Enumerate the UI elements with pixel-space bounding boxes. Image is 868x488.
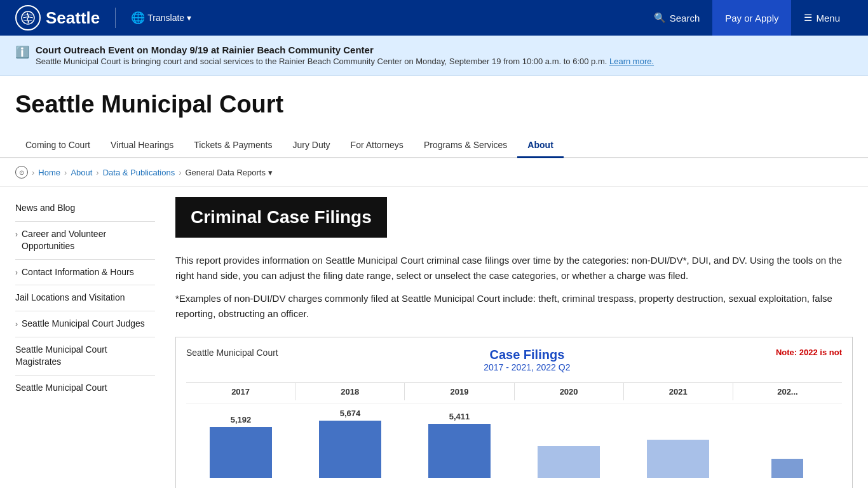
chevron-right-icon: › bbox=[15, 229, 18, 240]
chart-year-2021: 2021 bbox=[624, 383, 733, 400]
nav-about[interactable]: About bbox=[517, 133, 563, 158]
breadcrumb-about-link[interactable]: About bbox=[71, 168, 92, 177]
secondary-navigation: Coming to Court Virtual Hearings Tickets… bbox=[0, 133, 868, 158]
hamburger-icon: ☰ bbox=[804, 12, 812, 24]
sidebar-item-contact[interactable]: › Contact Information & Hours bbox=[15, 261, 155, 284]
nav-divider bbox=[115, 8, 116, 28]
translate-label: Translate bbox=[147, 13, 184, 23]
sidebar-divider-1 bbox=[15, 221, 155, 222]
seattle-logo-icon bbox=[15, 5, 41, 30]
chart-bar-cell-2018: 5,674 bbox=[295, 409, 405, 478]
alert-banner: ℹ️ Court Outreach Event on Monday 9/19 a… bbox=[0, 36, 868, 76]
chart-org-label: Seattle Municipal Court bbox=[186, 348, 278, 358]
chart-value-2018: 5,674 bbox=[340, 409, 361, 418]
seattle-logo-text: Seattle bbox=[46, 8, 100, 28]
chart-bar-cell-2020 bbox=[514, 444, 623, 478]
sidebar-item-career[interactable]: › Career and Volunteer Opportunities bbox=[15, 223, 155, 258]
sidebar-item-magistrates[interactable]: Seattle Municipal Court Magistrates bbox=[15, 339, 155, 374]
chart-year-2020: 2020 bbox=[515, 383, 624, 400]
translate-chevron: ▾ bbox=[187, 13, 191, 23]
chart-header: Seattle Municipal Court Case Filings 201… bbox=[186, 348, 842, 372]
chart-bar-cell-2019: 5,411 bbox=[405, 412, 514, 478]
chart-bar-2022 bbox=[771, 459, 803, 478]
chart-bar-2018 bbox=[319, 421, 381, 478]
nav-virtual-hearings[interactable]: Virtual Hearings bbox=[100, 133, 184, 158]
breadcrumb-data-publications-link[interactable]: Data & Publications bbox=[103, 168, 175, 177]
pay-apply-button[interactable]: Pay or Apply bbox=[712, 0, 791, 36]
sidebar-item-jail[interactable]: Jail Locations and Visitation bbox=[15, 287, 155, 309]
nav-right: 🔍 Search Pay or Apply ☰ Menu bbox=[641, 0, 853, 36]
breadcrumb-sep-3: › bbox=[96, 168, 98, 177]
chart-bar-2017 bbox=[210, 427, 272, 478]
main-layout: News and Blog › Career and Volunteer Opp… bbox=[0, 187, 868, 488]
breadcrumb-home-icon: ⊙ bbox=[15, 166, 28, 179]
menu-button[interactable]: ☰ Menu bbox=[791, 0, 853, 36]
nav-tickets-payments[interactable]: Tickets & Payments bbox=[184, 133, 282, 158]
chart-year-2022: 202... bbox=[733, 383, 842, 400]
sidebar-divider-5 bbox=[15, 337, 155, 337]
sidebar-item-news-blog[interactable]: News and Blog bbox=[15, 197, 155, 220]
breadcrumb-sep-4: › bbox=[179, 168, 181, 177]
chart-year-2018: 2018 bbox=[295, 383, 405, 400]
chart-bar-cell-2022 bbox=[733, 456, 842, 478]
nav-programs-services[interactable]: Programs & Services bbox=[414, 133, 517, 158]
chart-bar-2020 bbox=[538, 446, 600, 478]
page-title: Seattle Municipal Court bbox=[15, 91, 853, 118]
content-title-banner: Criminal Case Filings bbox=[175, 197, 387, 238]
alert-learn-more-link[interactable]: Learn more. bbox=[609, 57, 654, 66]
chevron-right-icon-2: › bbox=[15, 268, 18, 278]
breadcrumb-sep-1: › bbox=[32, 168, 34, 177]
nav-left: Seattle 🌐 Translate ▾ bbox=[15, 5, 191, 30]
top-navigation: Seattle 🌐 Translate ▾ 🔍 Search Pay or Ap… bbox=[0, 0, 868, 36]
content-description: This report provides information on Seat… bbox=[175, 253, 853, 283]
sidebar-item-judges[interactable]: › Seattle Municipal Court Judges bbox=[15, 313, 155, 336]
breadcrumb-current: General Data Reports ▾ bbox=[186, 168, 273, 177]
translate-icon: 🌐 bbox=[131, 11, 145, 25]
pay-apply-label: Pay or Apply bbox=[725, 13, 778, 24]
chevron-right-icon-3: › bbox=[15, 319, 18, 330]
info-icon: ℹ️ bbox=[15, 45, 29, 59]
chart-title: Case Filings bbox=[484, 348, 570, 362]
chart-bar-cell-2017: 5,192 bbox=[186, 415, 295, 478]
sidebar-item-smc[interactable]: Seattle Municipal Court bbox=[15, 377, 155, 400]
search-icon: 🔍 bbox=[654, 12, 666, 24]
chart-data-row: 5,192 5,674 5,411 bbox=[186, 403, 842, 478]
chart-subtitle: 2017 - 2021, 2022 Q2 bbox=[484, 362, 570, 372]
sidebar-divider-6 bbox=[15, 375, 155, 376]
chart-bar-2021 bbox=[647, 440, 709, 478]
chart-container: Seattle Municipal Court Case Filings 201… bbox=[175, 337, 853, 488]
chart-note: Note: 2022 is not bbox=[776, 348, 842, 357]
sidebar-divider-3 bbox=[15, 285, 155, 285]
alert-desc-text: Seattle Municipal Court is bringing cour… bbox=[36, 57, 607, 66]
chart-title-block: Case Filings 2017 - 2021, 2022 Q2 bbox=[484, 348, 570, 372]
chart-years-row: 2017 2018 2019 2020 2021 202... bbox=[186, 383, 842, 400]
chart-bar-cell-2021 bbox=[623, 437, 733, 478]
search-label: Search bbox=[670, 13, 700, 24]
breadcrumb: ⊙ › Home › About › Data & Publications ›… bbox=[0, 158, 868, 187]
sidebar: News and Blog › Career and Volunteer Opp… bbox=[15, 197, 155, 488]
page-header: Seattle Municipal Court bbox=[0, 76, 868, 133]
chart-value-2017: 5,192 bbox=[231, 415, 252, 424]
nav-for-attorneys[interactable]: For Attorneys bbox=[341, 133, 414, 158]
chart-value-2019: 5,411 bbox=[449, 412, 470, 421]
chart-year-2017: 2017 bbox=[186, 383, 295, 400]
seattle-logo[interactable]: Seattle bbox=[15, 5, 100, 30]
alert-description: Seattle Municipal Court is bringing cour… bbox=[36, 57, 654, 66]
breadcrumb-sep-2: › bbox=[64, 168, 67, 177]
menu-label: Menu bbox=[816, 13, 840, 24]
breadcrumb-dropdown-icon[interactable]: ▾ bbox=[268, 168, 273, 177]
chart-year-2019: 2019 bbox=[405, 383, 514, 400]
nav-jury-duty[interactable]: Jury Duty bbox=[282, 133, 340, 158]
content-note: *Examples of non-DUI/DV charges commonly… bbox=[175, 291, 853, 322]
sidebar-divider-2 bbox=[15, 259, 155, 260]
chart-bar-2019 bbox=[428, 424, 491, 478]
content-page-title: Criminal Case Filings bbox=[191, 207, 372, 227]
nav-coming-to-court[interactable]: Coming to Court bbox=[15, 133, 100, 158]
breadcrumb-home-link[interactable]: Home bbox=[38, 168, 60, 177]
alert-content: Court Outreach Event on Monday 9/19 at R… bbox=[36, 44, 654, 66]
sidebar-divider-4 bbox=[15, 311, 155, 311]
translate-button[interactable]: 🌐 Translate ▾ bbox=[131, 11, 191, 25]
main-content: Criminal Case Filings This report provid… bbox=[175, 197, 853, 488]
search-button[interactable]: 🔍 Search bbox=[641, 0, 713, 36]
alert-title: Court Outreach Event on Monday 9/19 at R… bbox=[36, 44, 654, 55]
